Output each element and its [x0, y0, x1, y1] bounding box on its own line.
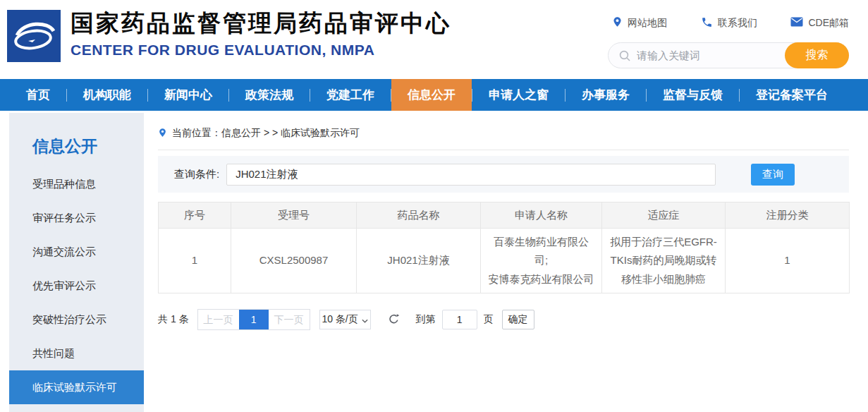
page-size-select[interactable]: 10 条/页	[319, 310, 371, 329]
site-title: 国家药品监督管理局药品审评中心	[71, 10, 451, 37]
query-label: 查询条件:	[174, 168, 219, 181]
col-header-registration-class: 注册分类	[726, 202, 850, 229]
nav-item-news-center[interactable]: 新闻中心	[148, 79, 228, 111]
breadcrumb-text: 当前位置：信息公开 > > 临床试验默示许可	[172, 127, 360, 140]
refresh-icon[interactable]	[388, 313, 400, 325]
site-search-input[interactable]	[637, 49, 785, 61]
sidebar-item-communication[interactable]: 沟通交流公示	[9, 235, 144, 269]
breadcrumb: 当前位置：信息公开 > > 临床试验默示许可	[158, 126, 849, 141]
top-links: 网站地图 联系我们 CDE邮箱	[612, 16, 849, 30]
cde-logo	[7, 10, 61, 62]
nav-item-home[interactable]: 首页	[10, 79, 66, 111]
breadcrumb-divider	[158, 150, 849, 150]
nav-item-org-functions[interactable]: 机构职能	[67, 79, 147, 111]
cell-applicant: 百泰生物药业有限公司; 安博泰克药业有限公司	[481, 229, 602, 293]
cell-drug-name: JH021注射液	[357, 229, 481, 293]
site-search-button[interactable]: 搜索	[785, 42, 849, 68]
sidebar-title: 信息公开	[9, 113, 144, 167]
goto-page-input[interactable]	[442, 310, 477, 329]
query-panel: 查询条件: 查询	[158, 156, 849, 193]
sitemap-link-label: 网站地图	[628, 17, 667, 30]
cell-seq: 1	[159, 229, 231, 293]
results-header-row: 序号 受理号 药品名称 申请人名称 适应症 注册分类	[159, 202, 850, 229]
contact-link[interactable]: 联系我们	[701, 16, 757, 30]
col-header-indication: 适应症	[602, 202, 726, 229]
cde-mail-link-label: CDE邮箱	[808, 17, 849, 30]
header: 国家药品监督管理局药品审评中心 CENTER FOR DRUG EVALUATI…	[0, 0, 868, 79]
next-page-button[interactable]: 下一页	[269, 310, 310, 329]
sidebar-item-common-issues[interactable]: 共性问题	[9, 337, 144, 370]
nav-item-registration-platform[interactable]: 登记备案平台	[740, 79, 844, 111]
contact-link-label: 联系我们	[718, 17, 757, 30]
sidebar-item-clinical-trial-implied-license[interactable]: 临床试验默示许可	[9, 370, 144, 404]
site-search-bar: 搜索	[608, 42, 849, 68]
cde-mail-link[interactable]: CDE邮箱	[790, 16, 849, 30]
envelope-icon	[790, 17, 803, 29]
sidebar-item-breakthrough-therapy[interactable]: 突破性治疗公示	[9, 303, 144, 337]
breadcrumb-pin-icon	[158, 127, 167, 140]
cde-logo-emblem	[7, 10, 61, 62]
page-size-value: 10 条/页	[322, 313, 357, 326]
nav-item-services[interactable]: 办事服务	[566, 79, 646, 111]
search-icon	[618, 49, 631, 62]
cell-indication: 拟用于治疗三代EGFR-TKIs耐药的局晚期或转移性非小细胞肺癌	[602, 229, 726, 293]
location-pin-icon	[612, 16, 623, 30]
nav-item-party-building[interactable]: 党建工作	[310, 79, 391, 111]
sidebar: 信息公开 受理品种信息 审评任务公示 沟通交流公示 优先审评公示 突破性治疗公示…	[9, 113, 144, 412]
query-input[interactable]	[226, 164, 716, 186]
sidebar-item-accepted-varieties[interactable]: 受理品种信息	[9, 167, 144, 201]
total-count-label: 共 1 条	[158, 313, 189, 326]
nav-item-applicant-window[interactable]: 申请人之窗	[472, 79, 565, 111]
sidebar-item-priority-review[interactable]: 优先审评公示	[9, 269, 144, 303]
col-header-acceptance-no: 受理号	[231, 202, 357, 229]
nav-item-info-disclosure[interactable]: 信息公开	[391, 79, 472, 111]
query-button[interactable]: 查询	[751, 164, 795, 186]
pager-group: 上一页 1 下一页	[197, 309, 310, 330]
col-header-drug-name: 药品名称	[357, 202, 481, 229]
goto-page-label: 到第	[416, 313, 436, 326]
cell-registration-class: 1	[726, 229, 850, 293]
site-subtitle: CENTER FOR DRUG EVALUATION, NMPA	[71, 42, 451, 59]
sidebar-item-review-tasks[interactable]: 审评任务公示	[9, 201, 144, 235]
page-number-button[interactable]: 1	[239, 310, 269, 329]
sitemap-link[interactable]: 网站地图	[612, 16, 667, 30]
table-row: 1 CXSL2500987 JH021注射液 百泰生物药业有限公司; 安博泰克药…	[159, 229, 850, 293]
phone-icon	[701, 16, 713, 30]
main-nav: 首页 机构职能 新闻中心 政策法规 党建工作 信息公开 申请人之窗 办事服务 监…	[0, 79, 868, 111]
chevron-down-icon	[362, 314, 368, 325]
results-table: 序号 受理号 药品名称 申请人名称 适应症 注册分类 1 CXSL2500987…	[158, 202, 850, 293]
site-title-block: 国家药品监督管理局药品审评中心 CENTER FOR DRUG EVALUATI…	[71, 10, 451, 59]
nav-item-policies[interactable]: 政策法规	[229, 79, 310, 111]
confirm-button[interactable]: 确定	[502, 310, 534, 329]
cell-acceptance-no: CXSL2500987	[231, 229, 357, 293]
col-header-seq: 序号	[159, 202, 231, 229]
nav-item-supervision-feedback[interactable]: 监督与反馈	[647, 79, 739, 111]
pagination: 共 1 条 上一页 1 下一页 10 条/页 到第 页 确定	[158, 309, 849, 330]
prev-page-button[interactable]: 上一页	[198, 310, 239, 329]
col-header-applicant: 申请人名称	[481, 202, 602, 229]
page-unit-label: 页	[484, 313, 494, 326]
main-content: 当前位置：信息公开 > > 临床试验默示许可 查询条件: 查询 序号 受理号 药…	[158, 126, 849, 330]
